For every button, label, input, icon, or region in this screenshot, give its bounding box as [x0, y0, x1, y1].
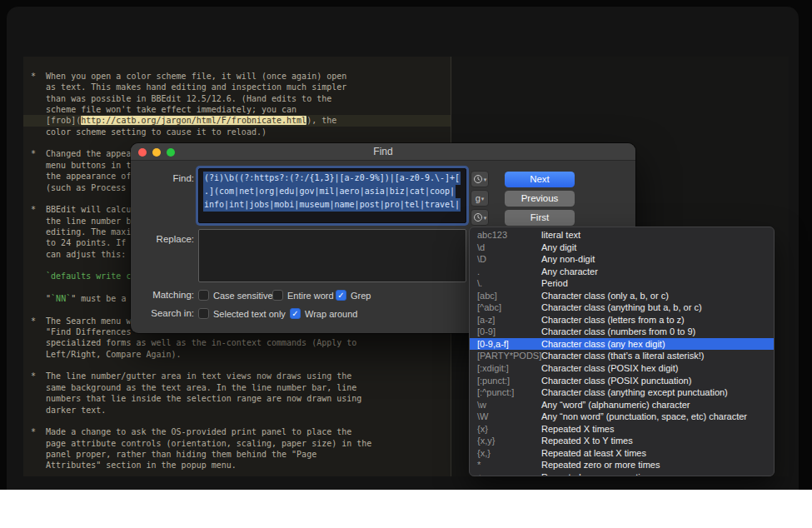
pattern-menu-item[interactable]: [0-9]Character class (numbers from 0 to … [470, 326, 774, 338]
editor-line: specialized forms as well as the in-cont… [31, 337, 356, 348]
editor-line: * BBEdit will calcul [31, 204, 136, 215]
pattern-description: Character class (POSIX punctuation) [541, 375, 691, 387]
chevron-down-icon: ▾ [481, 196, 485, 202]
pattern-text: {x,y} [470, 435, 541, 447]
pattern-menu-item[interactable]: [:xdigit:]Character class (POSIX hex dig… [470, 362, 774, 375]
pattern-text: \. [470, 277, 541, 290]
find-field[interactable]: (?i)\b((?:https?:(?:/{1,3}|[a-z0-9%])|[a… [198, 168, 466, 223]
editor-line: `defaults write co [31, 271, 136, 281]
pattern-text: [0-9,a-f] [470, 338, 541, 351]
editor-line: Left/Right, Compare Again). [31, 349, 182, 360]
pattern-menu-item[interactable]: \DAny non-digit [470, 253, 774, 266]
pattern-menu-item[interactable]: {x}Repeated X times [470, 423, 774, 436]
editor-line: "Find Differences" [31, 326, 136, 337]
pattern-description: Repeated zero or more times [541, 459, 660, 471]
pattern-description: Repeated one or more times [541, 471, 657, 476]
pattern-text: \D [470, 253, 541, 266]
pattern-text: [:xdigit:] [470, 362, 541, 375]
checkbox-label: Wrap around [305, 309, 357, 319]
pattern-text: abc123 [470, 229, 541, 242]
pattern-text: [abc] [470, 290, 541, 302]
checkbox-label: Case sensitive [213, 291, 273, 301]
pattern-menu-item[interactable]: [^abc]Character class (anything but a, b… [470, 301, 774, 314]
pattern-description: Character class (anything except punctua… [541, 386, 728, 399]
editor-line: Attributes" section in the popup menu. [31, 460, 237, 471]
editor-line: * The Search menu wa [31, 316, 136, 326]
dialog-title: Find [131, 146, 635, 157]
pattern-description: Any non-digit [541, 253, 595, 266]
editor-line: as text. This makes hand editing and ins… [31, 82, 346, 92]
checkbox-checked-icon[interactable]: ✓ [336, 290, 346, 301]
find-history-button[interactable]: ▾ [471, 171, 489, 187]
page-background-strip [0, 490, 812, 528]
pattern-menu-item[interactable]: {x,}Repeated at least X times [470, 447, 774, 460]
checkbox-checked-icon[interactable]: ✓ [290, 308, 301, 319]
editor-line: "`NN`" must be a d [31, 293, 136, 304]
pattern-menu-item[interactable]: {x,y}Repeated X to Y times [470, 435, 774, 447]
clock-icon [473, 174, 483, 184]
pattern-menu-item[interactable]: +Repeated one or more times [470, 471, 774, 476]
editor-line: the appearance of [31, 171, 136, 182]
pattern-text: + [470, 471, 541, 476]
pattern-text: [:punct:] [470, 375, 541, 387]
first-button[interactable]: First [505, 210, 575, 226]
pattern-menu-item[interactable]: \dAny digit [470, 242, 774, 254]
editor-line: [frob](http://catb.org/jargon/html/F/fro… [31, 115, 336, 126]
checkbox-entire-word[interactable]: Entire word [272, 289, 334, 301]
previous-button[interactable]: Previous [505, 191, 575, 207]
pattern-description: Any digit [541, 242, 576, 254]
pattern-text: * [470, 459, 541, 471]
pattern-menu-item[interactable]: \WAny “non word” (punctuation, space, et… [470, 411, 774, 423]
grep-pattern-menu-label: g [476, 193, 481, 203]
pattern-text: {x} [470, 423, 541, 436]
pattern-description: Character class (any hex digit) [541, 338, 665, 351]
pattern-menu-item[interactable]: [PARTY*PODS]Character class (that’s a li… [470, 350, 774, 362]
pattern-menu-item[interactable]: [0-9,a-f]Character class (any hex digit) [470, 338, 774, 351]
editor-line: scheme file won't take effect immediatel… [31, 104, 296, 115]
pattern-menu-item[interactable]: abc123literal text [470, 229, 774, 242]
replace-field[interactable] [198, 229, 466, 282]
replace-history-button[interactable]: ▾ [471, 209, 489, 226]
next-button[interactable]: Next [505, 172, 575, 187]
pattern-description: Character class (numbers from 0 to 9) [541, 326, 695, 338]
grep-pattern-menu-button[interactable]: g▾ [471, 190, 489, 207]
pattern-menu-item[interactable]: [abc]Character class (only a, b, or c) [470, 290, 774, 302]
checkbox-label: Grep [351, 291, 371, 301]
pattern-text: . [470, 266, 541, 278]
pattern-text: \d [470, 242, 541, 254]
pattern-text: [:^punct:] [470, 386, 541, 399]
checkbox-wrap-around[interactable]: ✓Wrap around [290, 307, 357, 320]
pattern-description: Repeated at least X times [541, 447, 646, 460]
pattern-text: [a-z] [470, 314, 541, 326]
editor-line: * When you open a color scheme file, it … [31, 71, 346, 82]
pattern-menu-item[interactable]: [a-z]Character class (letters from a to … [470, 314, 774, 326]
checkbox-unchecked-box[interactable] [272, 290, 283, 301]
checkbox-unchecked-box[interactable] [198, 290, 209, 301]
pattern-menu-item[interactable]: .Any character [470, 266, 774, 278]
pattern-menu-item[interactable]: [:punct:]Character class (POSIX punctuat… [470, 375, 774, 387]
pattern-description: Period [541, 277, 568, 290]
pattern-menu-item[interactable]: \.Period [470, 277, 774, 290]
editor-line: color scheme setting to cause it to relo… [31, 127, 267, 137]
pattern-menu-item[interactable]: [:^punct:]Character class (anything exce… [470, 386, 774, 399]
checkbox-unchecked-box[interactable] [198, 308, 209, 319]
find-field-line: .](com|net|org|edu|gov|mil|aero|asia|biz… [203, 185, 461, 198]
editor-line: than was possible in BBEdit 12.5/12.6. (… [31, 93, 331, 104]
checkbox-selected-text-only[interactable]: Selected text only [198, 307, 286, 320]
find-dialog-titlebar[interactable]: Find [131, 143, 635, 161]
pattern-text: \W [470, 411, 541, 423]
pattern-menu-item[interactable]: *Repeated zero or more times [470, 459, 774, 471]
checkbox-case-sensitive[interactable]: Case sensitive [198, 289, 273, 301]
editor-line: * Changed the appear [31, 148, 136, 159]
editor-line: to 24 points. If y [31, 237, 136, 248]
pattern-description: Character class (only a, b, or c) [541, 290, 669, 302]
checkbox-grep[interactable]: ✓Grep [336, 289, 371, 301]
editor-line: the line number ba [31, 216, 136, 227]
editor-line: same background as the text area. In the… [31, 382, 356, 393]
find-field-line: info|int|jobs|mobi|museum|name|post|pro|… [203, 198, 461, 212]
pattern-description: Repeated X to Y times [541, 435, 633, 447]
pattern-menu-item[interactable]: \wAny “word” (alphanumeric) character [470, 399, 774, 411]
pattern-description: Character class (POSIX hex digit) [541, 362, 678, 375]
editor-line: numbers that lie inside the selection ra… [31, 393, 361, 404]
pattern-description: Any “non word” (punctuation, space, etc)… [541, 411, 747, 423]
